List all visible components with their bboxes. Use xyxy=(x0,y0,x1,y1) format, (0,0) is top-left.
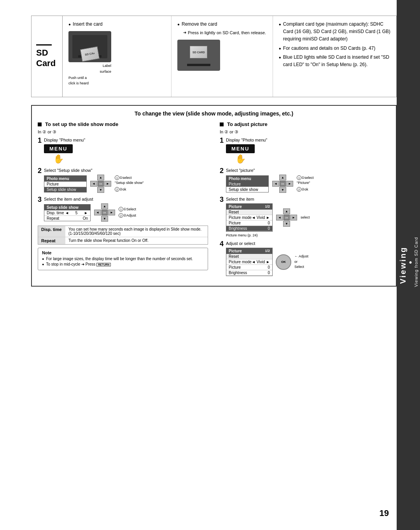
dpad-up-r3: ▲ xyxy=(283,208,290,214)
annotation-1select-left2: ①select xyxy=(119,176,132,180)
setup-slide-show-box: Setup slide show Disp. time ◄ 5 ► Repeat… xyxy=(44,204,91,221)
picture-page-s4: 1/2 xyxy=(265,249,270,253)
dpad-up-left2: ▲ xyxy=(97,175,104,180)
left-step1: 1 Display "Photo menu" MENU ✋ xyxy=(38,138,208,164)
picture-val-s4: 0 xyxy=(268,265,270,269)
circle-2-step3l: 2 xyxy=(119,213,123,218)
brightness-label-s3: Brightness xyxy=(229,226,247,231)
step2-annotations-left: 1①select "Setup slide show" 2②ok xyxy=(115,175,144,192)
note-item2: To stop in mid-cycle ➜ Press RETURN xyxy=(42,262,204,266)
push-text: Push until aclick is heard xyxy=(68,76,89,85)
return-button-icon: RETURN xyxy=(96,263,111,266)
dpad-down-r3: ▼ xyxy=(283,221,290,227)
step4-menu-wrapper-right: Picture 1/2 Reset Picture mode◄ Vivid ► xyxy=(226,248,390,276)
right-step3-desc: Select the item xyxy=(226,197,390,201)
picture-menu-note: Picture menu (p. 24) xyxy=(226,233,390,237)
dpad-down-r2: ▼ xyxy=(279,187,286,193)
annotation-1select-step3l: ①Select xyxy=(123,207,136,211)
annotation-1select-r2: ①select xyxy=(301,176,314,180)
right-step1: 1 Display "Photo menu" MENU ✋ xyxy=(220,138,390,164)
right-step1-num: 1 xyxy=(220,137,224,144)
dpad-right-step3l: ► xyxy=(108,210,115,215)
repeat-label: Repeat xyxy=(38,237,65,244)
right-column: To adjust picture In ② or ③ 1 Display "P… xyxy=(220,121,390,280)
left-step3-desc: Select the item and adjust xyxy=(44,197,208,201)
annotation-or-r4: or xyxy=(294,260,298,264)
circle-1-step3l: 1 xyxy=(119,207,123,212)
right-step4-desc: Adjust or select xyxy=(226,241,390,246)
annotation-ok-r2: ②ok xyxy=(301,187,308,191)
dpad-step3-left: ▲ ◄ OK ► ▼ xyxy=(94,203,116,222)
sd-card-content: Insert the card SD CAR Labelsurface xyxy=(63,16,396,97)
right-step2-desc: Select "picture" xyxy=(226,168,390,173)
remove-bullet: Remove the card xyxy=(177,21,267,28)
disp-repeat-table: Disp. time You can set how many seconds … xyxy=(38,226,208,245)
sidebar-sub-text: Viewing from SD Card xyxy=(414,237,418,287)
brightness-row-s3: Brightness 0 xyxy=(226,226,272,231)
brightness-row-s4: Brightness 0 xyxy=(226,270,272,276)
circle-1-r2: 1 xyxy=(297,175,301,180)
step4-annotations-right: ← Adjust or Select xyxy=(294,254,308,270)
setup-disp-label: Disp. time ◄ xyxy=(47,211,69,215)
cautions-bullet: For cautions and details on SD Cards (p.… xyxy=(279,45,390,52)
black-square-icon xyxy=(38,122,42,126)
left-column: To set up the slide show mode In ② or ③ … xyxy=(38,121,208,280)
note-box: Note For large image sizes, the display … xyxy=(38,248,208,270)
picture-reset-row-s4: Reset xyxy=(226,254,272,259)
brightness-val-s3: 0 xyxy=(268,226,270,231)
right-step3-content: Select the item Picture 1/2 Reset Pictur… xyxy=(226,197,390,237)
setup-repeat-val: On xyxy=(83,216,88,220)
sd-compliant-col: Compliant card type (maximum capacity): … xyxy=(273,16,396,97)
cautions-text: For cautions and details on SD Cards (p.… xyxy=(283,45,375,52)
circle-2-left2: 2 xyxy=(115,187,119,192)
menu-button-visual-right: MENU xyxy=(226,144,255,153)
dpad-step2-right: ▲ ◄ OK ► ▼ xyxy=(272,175,294,193)
step2-menu-wrapper-right: Photo menu Picture Setup slide show ▲ xyxy=(226,175,390,193)
right-step4-content: Adjust or select Picture 1/2 Reset Pictu… xyxy=(226,241,390,276)
dpad-right-r2: ► xyxy=(286,181,293,187)
left-in-note: In ② or ③ xyxy=(38,129,208,135)
right-step2-content: Select "picture" Photo menu Picture Setu… xyxy=(226,168,390,193)
left-step1-content: Display "Photo menu" MENU ✋ xyxy=(44,138,208,164)
right-step2: 2 Select "picture" Photo menu Picture Se… xyxy=(220,168,390,193)
sd-card-label: SD Card xyxy=(32,16,63,97)
sd-card-section: SD Card Insert the card SD CAR xyxy=(31,16,397,97)
left-step1-num: 1 xyxy=(38,137,42,144)
picture-mode-label-s3: Picture mode◄ xyxy=(229,215,256,220)
annotation-select2-r4: Select xyxy=(294,265,304,269)
note-item1: For large image sizes, the display time … xyxy=(42,257,204,261)
setup-disp-val: 5 xyxy=(75,211,78,215)
circle-1-left2: 1 xyxy=(115,175,119,180)
picture-mode-tri-s3: ► xyxy=(266,215,270,220)
dpad-step4-right: OK xyxy=(276,254,291,270)
setup-disp-tri: ► xyxy=(84,211,88,215)
right-step1-desc: Display "Photo menu" xyxy=(226,138,390,142)
dpad-visual-left2: ▲ ◄ OK ► xyxy=(90,175,112,193)
blue-led-bullet: Blue LED lights while SD Card is inserte… xyxy=(279,54,390,68)
picture-mode-tri-s4: ► xyxy=(266,260,270,264)
dpad-right-left2: ► xyxy=(104,181,111,187)
annotation-picture-r2: "Picture" xyxy=(297,181,310,185)
right-step3: 3 Select the item Picture 1/2 Reset xyxy=(220,197,390,237)
picture-picture-row-s3: Picture 0 xyxy=(226,220,272,226)
hand-icon-left: ✋ xyxy=(53,154,64,164)
picture-picture-row-s4: Picture 0 xyxy=(226,265,272,270)
photo-menu-box-right: Photo menu Picture Setup slide show xyxy=(226,175,269,192)
two-col-layout: To set up the slide show mode In ② or ③ … xyxy=(38,121,390,280)
left-step3-content: Select the item and adjust Setup slide s… xyxy=(44,197,208,222)
menu-button-visual-left: MENU xyxy=(44,144,73,153)
dpad-ok-r3: OK xyxy=(284,215,290,220)
step2-menu-wrapper-left: Photo menu Picture Setup slide show ▲ xyxy=(44,175,208,193)
compliant-bullet: Compliant card type (maximum capacity): … xyxy=(279,21,390,43)
picture-box-step3: Picture 1/2 Reset Picture mode◄ Vivid ► xyxy=(226,203,273,232)
right-step2-num: 2 xyxy=(220,167,224,174)
note1-text: For large image sizes, the display time … xyxy=(46,257,192,261)
left-step1-desc: Display "Photo menu" xyxy=(44,138,208,142)
repeat-desc: Turn the slide show Repeat function On o… xyxy=(65,237,208,244)
disp-time-label: Disp. time xyxy=(38,226,65,237)
photo-menu-header-left: Photo menu xyxy=(44,176,86,182)
press-arrow: Press in lightly on SD Card, then releas… xyxy=(183,30,267,37)
step3-menu-wrapper-left: Setup slide show Disp. time ◄ 5 ► Repeat… xyxy=(44,203,208,222)
right-in-note: In ② or ③ xyxy=(220,129,390,135)
setup-header: Setup slide show xyxy=(44,205,90,210)
